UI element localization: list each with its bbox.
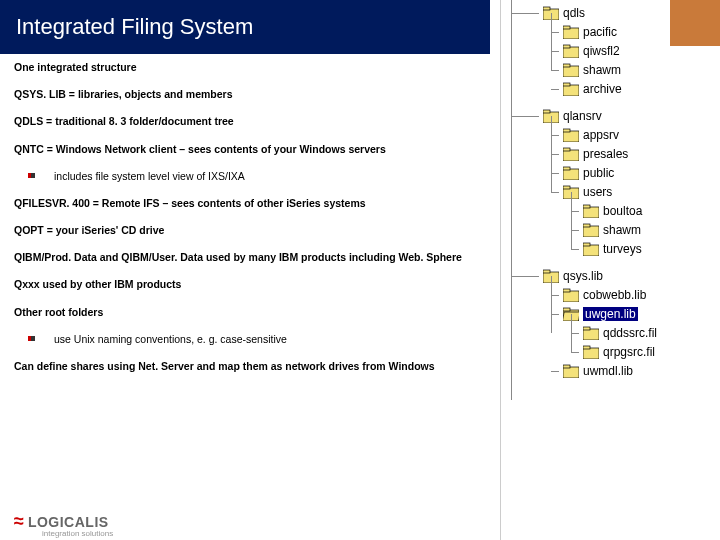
folder-tree: qdlspacificqiwsfl2shawmarchiveqlansrvapp…: [500, 0, 720, 540]
folder-label: qsys.lib: [563, 269, 603, 283]
svg-rect-33: [583, 329, 599, 340]
body-line: QSYS. LIB = libraries, objects and membe…: [14, 87, 479, 101]
svg-rect-38: [563, 365, 570, 368]
body-line: QFILESVR. 400 = Remote IFS – sees conten…: [14, 196, 479, 210]
tree-qsyslib[interactable]: qsys.lib: [543, 267, 603, 285]
folder-label: turveys: [603, 242, 642, 256]
folder-label: shawm: [603, 223, 641, 237]
slide-title: Integrated Filing System: [0, 0, 490, 54]
folder-label: appsrv: [583, 128, 619, 142]
logo-mark-icon: ≈: [14, 511, 22, 532]
svg-rect-11: [543, 110, 550, 113]
svg-rect-37: [563, 367, 579, 378]
svg-rect-24: [583, 245, 599, 256]
tree-turveys[interactable]: turveys: [583, 240, 642, 258]
tree-qrpgsrc[interactable]: qrpgsrc.fil: [583, 343, 655, 361]
logo: ≈ LOGICALIS integration solutions: [14, 511, 109, 532]
tree-public[interactable]: public: [563, 164, 614, 182]
tree-shawm[interactable]: shawm: [563, 61, 621, 79]
svg-rect-31: [563, 308, 570, 311]
folder-label: pacific: [583, 25, 617, 39]
body-line: Other root folders: [14, 305, 479, 319]
body-line: QIBM/Prod. Data and QIBM/User. Data used…: [14, 250, 479, 264]
logo-text: LOGICALIS: [28, 514, 109, 530]
folder-label: boultoa: [603, 204, 642, 218]
svg-rect-12: [563, 131, 579, 142]
folder-label: uwmdl.lib: [583, 364, 633, 378]
svg-rect-28: [563, 291, 579, 302]
folder-label: qrpgsrc.fil: [603, 345, 655, 359]
svg-rect-25: [583, 243, 590, 246]
body-line: QDLS = traditional 8. 3 folder/document …: [14, 114, 479, 128]
folder-label: uwgen.lib: [583, 307, 638, 321]
svg-rect-35: [583, 348, 599, 359]
tree-uwgen[interactable]: uwgen.lib: [563, 305, 638, 323]
svg-rect-22: [583, 226, 599, 237]
svg-rect-34: [583, 327, 590, 330]
body-subline: use Unix naming conventions, e. g. case-…: [14, 332, 479, 346]
tree-archive[interactable]: archive: [563, 80, 622, 98]
folder-label: cobwebb.lib: [583, 288, 646, 302]
folder-label: qiwsfl2: [583, 44, 620, 58]
svg-rect-6: [563, 66, 579, 77]
svg-rect-15: [563, 148, 570, 151]
svg-rect-9: [563, 83, 570, 86]
folder-label: public: [583, 166, 614, 180]
svg-rect-17: [563, 167, 570, 170]
tree-cobwebb[interactable]: cobwebb.lib: [563, 286, 646, 304]
svg-rect-2: [563, 28, 579, 39]
svg-rect-20: [583, 207, 599, 218]
tree-qddssrc[interactable]: qddssrc.fil: [583, 324, 657, 342]
svg-rect-23: [583, 224, 590, 227]
tree-presales[interactable]: presales: [563, 145, 628, 163]
folder-label: qdls: [563, 6, 585, 20]
folder-label: shawm: [583, 63, 621, 77]
svg-rect-19: [563, 186, 570, 189]
body-line: One integrated structure: [14, 60, 479, 74]
body-line: Can define shares using Net. Server and …: [14, 359, 479, 373]
svg-rect-4: [563, 47, 579, 58]
svg-rect-27: [543, 270, 550, 273]
svg-rect-3: [563, 26, 570, 29]
svg-rect-16: [563, 169, 579, 180]
svg-rect-8: [563, 85, 579, 96]
tree-shawm[interactable]: shawm: [583, 221, 641, 239]
svg-rect-36: [583, 346, 590, 349]
body-line: QOPT = your iSeries' CD drive: [14, 223, 479, 237]
decorative-stripe: [670, 0, 720, 46]
folder-label: presales: [583, 147, 628, 161]
svg-rect-13: [563, 129, 570, 132]
body-line: Qxxx used by other IBM products: [14, 277, 479, 291]
tree-qdls[interactable]: qdls: [543, 4, 585, 22]
tree-qiwsfl2[interactable]: qiwsfl2: [563, 42, 620, 60]
body-subline: includes file system level view of IXS/I…: [14, 169, 479, 183]
svg-rect-21: [583, 205, 590, 208]
tree-appsrv[interactable]: appsrv: [563, 126, 619, 144]
body-line: QNTC = Windows Network client – sees con…: [14, 142, 479, 156]
svg-rect-29: [563, 289, 570, 292]
tree-pacific[interactable]: pacific: [563, 23, 617, 41]
folder-label: qddssrc.fil: [603, 326, 657, 340]
svg-rect-5: [563, 45, 570, 48]
svg-rect-1: [543, 7, 550, 10]
logo-tagline: integration solutions: [42, 529, 113, 538]
svg-rect-7: [563, 64, 570, 67]
slide-body: One integrated structure QSYS. LIB = lib…: [14, 60, 479, 386]
folder-label: archive: [583, 82, 622, 96]
svg-rect-14: [563, 150, 579, 161]
tree-boultoa[interactable]: boultoa: [583, 202, 642, 220]
folder-label: qlansrv: [563, 109, 602, 123]
tree-uwmdl[interactable]: uwmdl.lib: [563, 362, 633, 380]
folder-label: users: [583, 185, 612, 199]
